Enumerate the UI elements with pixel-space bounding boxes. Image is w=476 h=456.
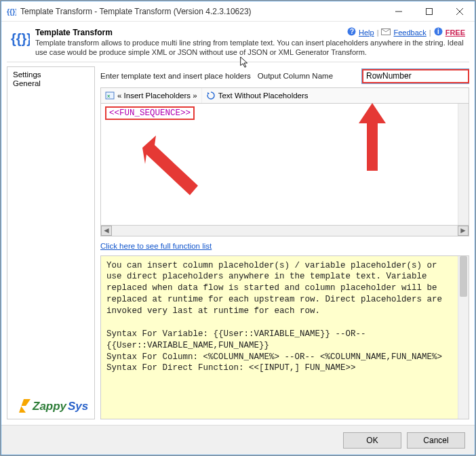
dialog-window: {{}} Template Transform - Template Trans… — [1, 1, 475, 455]
header-description: Template transform allows to produce mul… — [35, 38, 465, 58]
main-panel: Enter template text and insert place hol… — [100, 66, 469, 419]
help-text[interactable]: You can insert column placeholder(s) / v… — [101, 256, 458, 419]
text-without-placeholders-button[interactable]: Text Without Placeholders — [202, 88, 313, 103]
refresh-icon — [206, 91, 216, 100]
free-link[interactable]: FREE — [445, 28, 465, 37]
mail-icon — [381, 28, 391, 37]
output-column-input[interactable] — [362, 69, 469, 83]
editor-toolbar: x « Insert Placeholders » Text Without P… — [100, 87, 469, 104]
svg-text:?: ? — [350, 28, 354, 35]
function-list-link[interactable]: Click here to see full function list — [100, 242, 469, 250]
zappysys-logo: Zappy Sys — [14, 396, 88, 417]
svg-text:i: i — [437, 28, 439, 35]
svg-text:x: x — [107, 93, 111, 99]
info-icon: i — [434, 27, 443, 37]
feedback-link[interactable]: Feedback — [393, 28, 426, 37]
close-button[interactable] — [444, 1, 475, 21]
svg-text:{{}}: {{}} — [7, 7, 16, 16]
placeholder-token: <<FUN_SEQUENCE>> — [105, 106, 195, 120]
editor-vertical-scrollbar[interactable] — [458, 104, 469, 225]
app-icon: {{}} — [7, 7, 16, 16]
window-title: Template Transform - Template Transform … — [20, 7, 383, 16]
insert-placeholders-button[interactable]: x « Insert Placeholders » — [101, 88, 202, 103]
svg-text:Sys: Sys — [68, 400, 88, 413]
svg-text:{{}}: {{}} — [11, 31, 30, 46]
editor-horizontal-scrollbar[interactable]: ◄ ► — [100, 226, 469, 236]
help-link[interactable]: Help — [359, 28, 374, 37]
title-bar: {{}} Template Transform - Template Trans… — [1, 1, 475, 22]
help-text-panel: You can insert column placeholder(s) / v… — [100, 255, 469, 419]
svg-rect-2 — [426, 8, 432, 14]
body: Settings General Enter template text and… — [1, 66, 475, 425]
header-icon: {{}} — [11, 28, 30, 47]
template-label: Enter template text and insert place hol… — [100, 72, 251, 80]
help-icon: ? — [347, 27, 356, 37]
ok-button[interactable]: OK — [343, 432, 401, 449]
output-column-label: Output Column Name — [258, 72, 333, 80]
maximize-button[interactable] — [414, 1, 444, 21]
cancel-button[interactable]: Cancel — [407, 432, 465, 449]
scroll-right-icon[interactable]: ► — [458, 226, 469, 236]
sidebar-item-settings[interactable]: Settings — [13, 70, 89, 79]
sidebar-item-general[interactable]: General — [13, 79, 89, 87]
scroll-left-icon[interactable]: ◄ — [101, 226, 112, 236]
svg-text:Zappy: Zappy — [32, 400, 68, 413]
divider — [7, 62, 469, 62]
help-links: ? Help | Feedback | i FREE — [347, 27, 465, 37]
header-title: Template Transform — [35, 28, 347, 37]
template-editor[interactable]: <<FUN_SEQUENCE>> — [100, 104, 469, 226]
svg-marker-13 — [207, 92, 210, 95]
variable-icon: x — [105, 91, 115, 100]
sidebar: Settings General — [7, 66, 95, 419]
help-vertical-scrollbar[interactable] — [458, 256, 469, 419]
minimize-button[interactable] — [383, 1, 414, 21]
svg-marker-14 — [17, 399, 31, 413]
footer: OK Cancel — [1, 425, 475, 455]
header: {{}} Template Transform ? Help | Feedbac… — [1, 22, 475, 62]
